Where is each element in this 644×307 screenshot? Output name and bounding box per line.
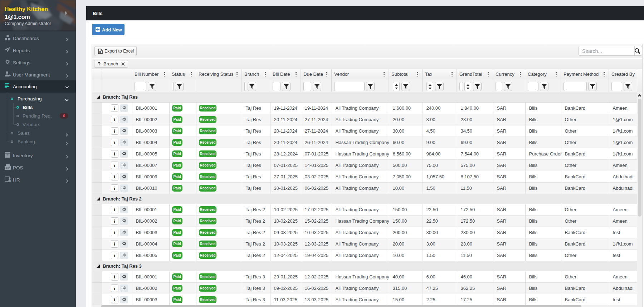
- svg-text:x: x: [99, 50, 101, 54]
